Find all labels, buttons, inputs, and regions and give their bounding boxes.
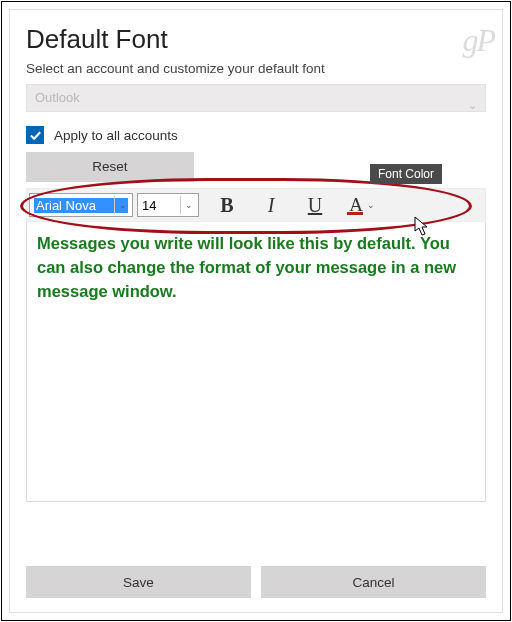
chevron-down-icon: ⌄ xyxy=(468,92,477,118)
page-title: Default Font xyxy=(26,24,486,55)
font-color-tooltip: Font Color xyxy=(370,164,442,184)
formatting-toolbar-wrap: Font Color Arial Nova ⌄ 14 ⌄ B I U A ⌄ xyxy=(26,188,486,502)
font-size-value: 14 xyxy=(142,198,156,213)
page-subtitle: Select an account and customize your def… xyxy=(26,61,486,76)
reset-button[interactable]: Reset xyxy=(26,152,194,182)
font-color-swatch xyxy=(347,212,363,215)
chevron-down-icon: ⌄ xyxy=(114,196,130,214)
bold-button[interactable]: B xyxy=(205,188,249,222)
formatting-toolbar: Arial Nova ⌄ 14 ⌄ B I U A ⌄ xyxy=(26,188,486,222)
account-select[interactable]: Outlook ⌄ xyxy=(26,84,486,112)
chevron-down-icon: ⌄ xyxy=(180,196,196,214)
apply-all-label: Apply to all accounts xyxy=(54,128,178,143)
account-select-value: Outlook xyxy=(35,90,80,105)
apply-all-row: Apply to all accounts xyxy=(26,126,486,144)
cancel-button[interactable]: Cancel xyxy=(261,566,486,598)
apply-all-checkbox[interactable] xyxy=(26,126,44,144)
font-name-select[interactable]: Arial Nova ⌄ xyxy=(29,193,133,217)
italic-button[interactable]: I xyxy=(249,188,293,222)
underline-button[interactable]: U xyxy=(293,188,337,222)
save-button[interactable]: Save xyxy=(26,566,251,598)
font-size-select[interactable]: 14 ⌄ xyxy=(137,193,199,217)
check-icon xyxy=(29,129,42,142)
preview-text: Messages you write will look like this b… xyxy=(37,232,475,304)
default-font-panel: gP Default Font Select an account and cu… xyxy=(9,9,503,613)
font-color-button[interactable]: A ⌄ xyxy=(337,188,387,222)
preview-area[interactable]: Messages you write will look like this b… xyxy=(26,222,486,502)
dialog-buttons: Save Cancel xyxy=(26,566,486,598)
chevron-down-icon: ⌄ xyxy=(367,200,375,210)
